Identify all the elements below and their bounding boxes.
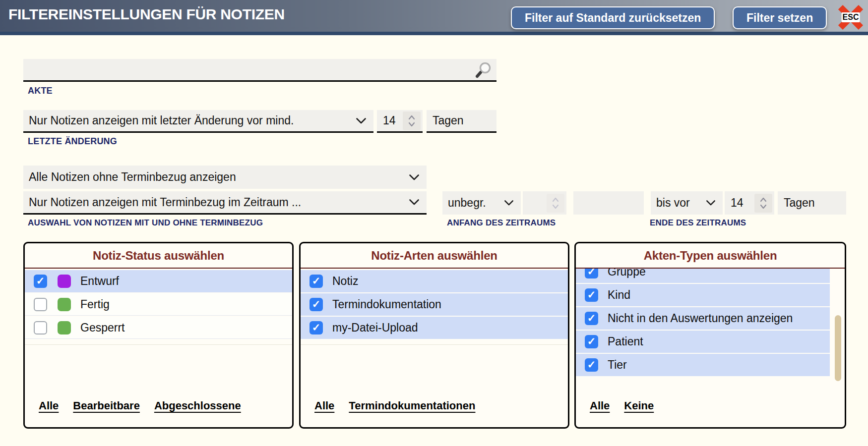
number-spinner-icon[interactable]: [547, 194, 564, 213]
link-abgeschlossene[interactable]: Abgeschlossene: [154, 399, 241, 412]
status-color-swatch: [58, 298, 71, 311]
escape-close-icon[interactable]: ESC: [837, 4, 864, 31]
checkbox-icon[interactable]: [34, 298, 47, 311]
link-alle[interactable]: Alle: [39, 399, 59, 412]
chevron-down-icon: [504, 200, 514, 206]
scrollbar-thumb[interactable]: [835, 315, 841, 381]
terminbezug-ohne-select[interactable]: Alle Notizen ohne Terminbezug anzeigen: [23, 166, 427, 189]
list-item-entwurf[interactable]: Entwurf: [25, 270, 292, 292]
terminbezug-mit-select[interactable]: Nur Notizen anzeigen mit Terminbezug im …: [23, 191, 427, 215]
akte-search-input[interactable]: [23, 59, 470, 80]
aenderung-days-field: [377, 110, 423, 133]
magnifier-icon[interactable]: [474, 61, 492, 79]
number-spinner-icon[interactable]: [754, 194, 772, 213]
list-item-notiz[interactable]: Notiz: [301, 270, 568, 292]
aenderung-unit-box: Tagen: [427, 110, 496, 133]
akten-typen-panel-header: Akten-Typen auswählen: [576, 243, 845, 269]
notiz-arten-panel-title: Notiz-Arten auswählen: [371, 249, 497, 263]
status-color-swatch: [58, 275, 71, 288]
zeitraum-ende-select[interactable]: bis vor: [651, 191, 723, 215]
list-item-kind[interactable]: Kind: [576, 284, 830, 306]
link-alle[interactable]: Alle: [314, 399, 334, 412]
list-item-fertig[interactable]: Fertig: [25, 293, 292, 316]
apply-filter-button[interactable]: Filter setzen: [733, 6, 827, 29]
zeitraum-ende-label: ENDE DES ZEITRAUMS: [650, 218, 746, 228]
akten-typen-panel-title: Akten-Typen auswählen: [644, 249, 777, 263]
notiz-status-list: Entwurf Fertig Gesperrt: [25, 269, 292, 345]
dialog-titlebar: FILTEREINSTELLUNGEN FÜR NOTIZEN Filter a…: [0, 0, 868, 35]
chevron-down-icon: [356, 117, 367, 124]
list-item-gesperrt[interactable]: Gesperrt: [25, 317, 292, 339]
list-item-gruppe[interactable]: Gruppe: [576, 269, 830, 283]
aenderung-unit-label: Tagen: [433, 114, 464, 127]
list-item-termindokumentation[interactable]: Termindokumentation: [301, 293, 568, 316]
letzte-aenderung-select[interactable]: Nur Notizen anzeigen mit letzter Änderun…: [23, 110, 373, 133]
reset-filter-button[interactable]: Filter auf Standard zurücksetzen: [511, 6, 715, 29]
checkbox-icon[interactable]: [34, 275, 47, 288]
letzte-aenderung-label: LETZTE ÄNDERUNG: [28, 136, 117, 147]
list-item-tier[interactable]: Tier: [576, 354, 830, 376]
list-item-patient[interactable]: Patient: [576, 331, 830, 353]
link-bearbeitbare[interactable]: Bearbeitbare: [73, 399, 140, 412]
notiz-status-panel-header: Notiz-Status auswählen: [25, 243, 292, 269]
notiz-status-panel: Notiz-Status auswählen Entwurf Fertig Ge…: [23, 242, 294, 429]
list-item-nicht-in-auswertungen[interactable]: Nicht in den Auswertungen anzeigen: [576, 307, 830, 330]
zeitraum-ende-unit-box: Tagen: [778, 191, 846, 215]
checkbox-icon[interactable]: [585, 269, 598, 279]
esc-key-label: ESC: [842, 12, 860, 22]
checkbox-icon[interactable]: [310, 298, 323, 311]
zeitraum-anfang-number-field: [523, 191, 566, 215]
link-keine[interactable]: Keine: [624, 399, 654, 412]
checkbox-icon[interactable]: [585, 358, 598, 372]
notiz-arten-quick-links: Alle Termindokumentationen: [314, 399, 475, 412]
akte-search-field: [23, 59, 496, 82]
number-spinner-icon[interactable]: [403, 112, 421, 130]
zeitraum-anfang-label: ANFANG DES ZEITRAUMS: [447, 218, 556, 228]
notiz-status-panel-title: Notiz-Status auswählen: [93, 249, 224, 263]
checkbox-icon[interactable]: [34, 321, 47, 334]
chevron-down-icon: [706, 200, 716, 206]
zeitraum-ende-days-field: [725, 191, 774, 215]
dialog-title: FILTEREINSTELLUNGEN FÜR NOTIZEN: [8, 6, 285, 23]
zeitraum-ende-days-input[interactable]: [731, 196, 754, 210]
checkbox-icon[interactable]: [585, 335, 598, 348]
akten-typen-panel: Akten-Typen auswählen Gruppe Kind Nicht …: [574, 242, 846, 429]
link-termindokumentationen[interactable]: Termindokumentationen: [349, 399, 475, 412]
checkbox-icon[interactable]: [310, 321, 323, 334]
terminbezug-section-label: AUSWAHL VON NOTIZEN MIT UND OHNE TERMINB…: [28, 218, 263, 228]
akten-typen-quick-links: Alle Keine: [590, 399, 654, 412]
chevron-down-icon: [409, 199, 420, 206]
zeitraum-anfang-text-input[interactable]: [573, 191, 644, 215]
zeitraum-ende-unit-label: Tagen: [784, 196, 815, 210]
status-color-swatch: [58, 321, 71, 334]
checkbox-icon[interactable]: [310, 275, 323, 288]
checkbox-icon[interactable]: [585, 288, 598, 302]
notiz-arten-panel-header: Notiz-Arten auswählen: [301, 243, 568, 269]
notiz-arten-panel: Notiz-Arten auswählen Notiz Termindokume…: [299, 242, 569, 429]
akte-field-label: AKTE: [28, 86, 53, 96]
link-alle[interactable]: Alle: [590, 399, 610, 412]
chevron-down-icon: [409, 174, 420, 181]
checkbox-icon[interactable]: [585, 312, 598, 325]
list-item-my-datei-upload[interactable]: my-Datei-Upload: [301, 317, 568, 339]
notiz-status-quick-links: Alle Bearbeitbare Abgeschlossene: [39, 399, 241, 412]
notiz-arten-list: Notiz Termindokumentation my-Datei-Uploa…: [301, 269, 568, 345]
zeitraum-anfang-select[interactable]: unbegr.: [442, 191, 521, 215]
zeitraum-anfang-number-input[interactable]: [529, 196, 547, 210]
akten-typen-list: Gruppe Kind Nicht in den Auswertungen an…: [576, 269, 830, 377]
aenderung-days-input[interactable]: [383, 114, 403, 127]
filter-dialog: FILTEREINSTELLUNGEN FÜR NOTIZEN Filter a…: [0, 0, 868, 446]
